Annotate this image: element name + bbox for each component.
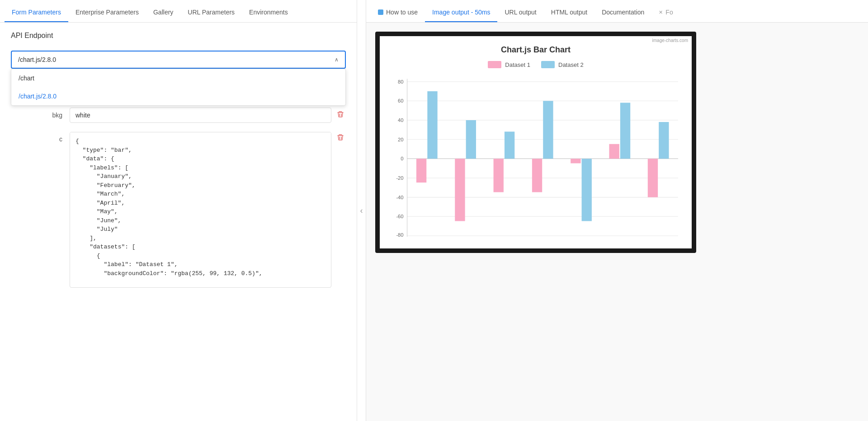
bkg-input[interactable] xyxy=(70,108,331,123)
bar-may-d2 xyxy=(582,159,592,221)
svg-text:-60: -60 xyxy=(396,214,403,219)
code-label-c: c xyxy=(11,132,70,143)
dropdown-menu: /chart /chart.js/2.8.0 xyxy=(11,69,346,106)
tab-documentation[interactable]: Documentation xyxy=(594,3,651,22)
bar-jan-d2 xyxy=(427,91,437,159)
right-content: image-charts.com Chart.js Bar Chart Data… xyxy=(366,23,868,421)
bar-mar-d2 xyxy=(505,131,514,159)
chart-watermark: image-charts.com xyxy=(652,38,688,43)
bar-jun-d1 xyxy=(609,144,619,159)
svg-text:-20: -20 xyxy=(396,175,403,181)
bar-apr-d2 xyxy=(543,101,553,159)
legend-dataset2-label: Dataset 2 xyxy=(558,61,584,68)
tab-url-output[interactable]: URL output xyxy=(497,3,543,22)
panel-collapse-button[interactable]: ‹ xyxy=(357,0,366,421)
svg-text:20: 20 xyxy=(398,137,403,142)
tab-how-to-use-label: How to use xyxy=(386,9,418,16)
bar-apr-d1 xyxy=(532,159,542,192)
tab-environments[interactable]: Environments xyxy=(242,3,295,22)
bkg-field: bkg xyxy=(11,108,346,123)
tab-url-parameters[interactable]: URL Parameters xyxy=(180,3,242,22)
collapse-icon: ‹ xyxy=(360,206,363,215)
code-delete-button[interactable] xyxy=(335,132,346,145)
dropdown-option-chart[interactable]: /chart xyxy=(11,69,345,87)
left-tabs: Form Parameters Enterprise Parameters Ga… xyxy=(0,0,357,23)
how-to-use-indicator xyxy=(378,9,383,15)
api-endpoint-dropdown-container: /chart.js/2.8.0 ∧ /chart /chart.js/2.8.0 xyxy=(11,51,346,69)
chart-legend: Dataset 1 Dataset 2 xyxy=(389,61,683,68)
bar-feb-d1 xyxy=(455,159,465,221)
chart-container: image-charts.com Chart.js Bar Chart Data… xyxy=(375,32,696,253)
bar-jul-d1 xyxy=(648,159,658,197)
api-endpoint-title: API Endpoint xyxy=(11,32,346,40)
right-panel: How to use Image output - 50ms URL outpu… xyxy=(366,0,868,421)
tab-documentation-label: Documentation xyxy=(602,9,644,16)
dropdown-trigger[interactable]: /chart.js/2.8.0 ∧ xyxy=(11,51,346,69)
tab-url-output-label: URL output xyxy=(505,9,536,16)
svg-text:0: 0 xyxy=(401,156,403,161)
chart-title: Chart.js Bar Chart xyxy=(389,45,683,55)
svg-text:40: 40 xyxy=(398,117,403,123)
code-field-c: c { "type": "bar", "data": { "labels": [… xyxy=(11,132,346,288)
chart-inner: Chart.js Bar Chart Dataset 1 Dataset 2 xyxy=(380,36,692,248)
bar-jun-d2 xyxy=(620,103,630,159)
chevron-up-icon: ∧ xyxy=(335,56,339,63)
code-editor[interactable]: { "type": "bar", "data": { "labels": [ "… xyxy=(70,132,331,286)
svg-text:-80: -80 xyxy=(396,232,403,238)
chart-plot-area: 80 60 40 20 0 -20 -40 -60 -80 xyxy=(389,75,683,237)
left-panel: Form Parameters Enterprise Parameters Ga… xyxy=(0,0,357,421)
svg-text:60: 60 xyxy=(398,98,403,103)
tab-how-to-use[interactable]: How to use xyxy=(371,3,425,22)
tab-enterprise-parameters[interactable]: Enterprise Parameters xyxy=(68,3,146,22)
tab-fo[interactable]: ✕ Fo xyxy=(651,3,680,22)
legend-dataset1: Dataset 1 xyxy=(488,61,530,68)
svg-text:-40: -40 xyxy=(396,195,403,200)
legend-dataset2-color xyxy=(541,61,555,68)
bar-jul-d2 xyxy=(659,122,669,159)
bar-feb-d2 xyxy=(466,120,476,159)
tab-gallery[interactable]: Gallery xyxy=(146,3,180,22)
tab-image-output-label: Image output - 50ms xyxy=(432,9,490,16)
tab-form-parameters[interactable]: Form Parameters xyxy=(5,3,68,22)
dropdown-wrapper: /chart.js/2.8.0 ∧ xyxy=(11,51,346,69)
bar-mar-d1 xyxy=(494,159,504,192)
tab-fo-label: Fo xyxy=(665,9,673,16)
bar-may-d1 xyxy=(571,159,580,163)
chart-svg: 80 60 40 20 0 -20 -40 -60 -80 xyxy=(389,75,683,237)
tab-html-output[interactable]: HTML output xyxy=(544,3,594,22)
legend-dataset1-color xyxy=(488,61,501,68)
tab-fo-close-icon: ✕ xyxy=(659,9,663,15)
dropdown-option-chartjs[interactable]: /chart.js/2.8.0 xyxy=(11,87,345,105)
bkg-delete-button[interactable] xyxy=(335,109,346,122)
bkg-label: bkg xyxy=(11,112,70,119)
dropdown-value: /chart.js/2.8.0 xyxy=(18,56,56,63)
tab-image-output[interactable]: Image output - 50ms xyxy=(425,3,497,22)
tab-html-output-label: HTML output xyxy=(551,9,587,16)
right-tabs: How to use Image output - 50ms URL outpu… xyxy=(366,0,868,23)
bkg-input-wrapper xyxy=(70,108,331,123)
left-content: API Endpoint /chart.js/2.8.0 ∧ /chart /c… xyxy=(0,23,357,421)
legend-dataset1-label: Dataset 1 xyxy=(505,61,530,68)
bar-jan-d1 xyxy=(416,159,426,182)
svg-text:80: 80 xyxy=(398,79,403,84)
legend-dataset2: Dataset 2 xyxy=(541,61,584,68)
code-editor-wrapper: { "type": "bar", "data": { "labels": [ "… xyxy=(70,132,331,288)
